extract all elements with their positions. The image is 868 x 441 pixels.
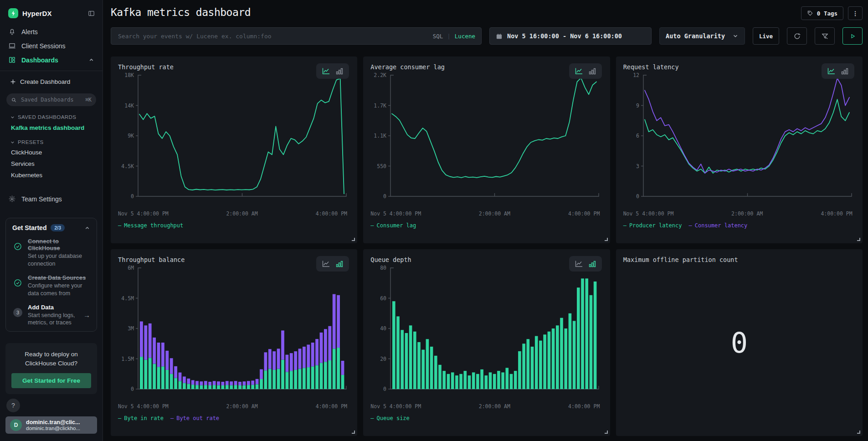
help-button[interactable]: ? bbox=[6, 399, 20, 412]
more-menu-button[interactable]: ⋮ bbox=[848, 6, 863, 20]
saved-dashboards-search[interactable]: ⌘K bbox=[6, 93, 96, 106]
sidebar-item-kafka-metrics-dashboard[interactable]: Kafka metrics dashboard bbox=[0, 122, 103, 134]
saved-dashboards-section-header[interactable]: SAVED DASHBOARDS bbox=[0, 109, 103, 122]
chart-plot: 2.2K1.7K1.1K5500 bbox=[370, 71, 601, 208]
legend-item-queue-size[interactable]: —Queue size bbox=[370, 415, 409, 421]
tags-button[interactable]: 0 Tags bbox=[801, 6, 843, 20]
step-desc: Configure where your data comes from bbox=[28, 282, 90, 297]
x-axis-labels: Nov 5 4:00:00 PM2:00:00 AM4:00:00 PM bbox=[370, 403, 601, 411]
svg-text:1.7K: 1.7K bbox=[374, 103, 387, 109]
panel-resize-handle[interactable] bbox=[857, 431, 860, 434]
sidebar-item-label: Dashboards bbox=[21, 56, 58, 64]
metric-value: 0 bbox=[731, 326, 748, 359]
live-button[interactable]: Live bbox=[753, 27, 779, 45]
sidebar-item-services[interactable]: Services bbox=[0, 158, 103, 169]
legend-item-byte-in-rate[interactable]: —Byte in rate bbox=[118, 415, 164, 421]
step-desc: Set up your database connection bbox=[28, 252, 90, 268]
chart-type-toggle[interactable] bbox=[822, 63, 854, 79]
step-title: Connect to ClickHouse bbox=[28, 238, 90, 251]
get-started-step-sources[interactable]: Create Data Sources Configure where your… bbox=[12, 274, 90, 297]
legend-label: Message throughput bbox=[124, 222, 183, 229]
arrow-right-icon: → bbox=[82, 311, 90, 319]
kebab-menu-icon: ⋮ bbox=[853, 10, 858, 17]
get-started-free-button[interactable]: Get Started for Free bbox=[11, 373, 91, 388]
chart-panel-maximum-offline-partition-count: Maximum offline partition count0 bbox=[616, 249, 863, 436]
panel-resize-handle[interactable] bbox=[857, 238, 860, 241]
sidebar-item-alerts[interactable]: Alerts bbox=[0, 25, 103, 39]
legend-item-consumer-latency[interactable]: —Consumer latency bbox=[688, 222, 747, 229]
chart-type-toggle[interactable] bbox=[316, 256, 349, 272]
svg-text:18K: 18K bbox=[124, 72, 134, 78]
chart-type-toggle[interactable] bbox=[569, 63, 602, 79]
line-chart-icon[interactable] bbox=[575, 260, 583, 267]
date-range-picker[interactable]: Nov 5 16:00:00 - Nov 6 16:00:00 bbox=[489, 27, 652, 45]
legend-item-producer-latency[interactable]: —Producer latency bbox=[623, 222, 682, 229]
toolbar: SQL | Lucene Nov 5 16:00:00 - Nov 6 16:0… bbox=[111, 27, 863, 45]
line-chart-icon[interactable] bbox=[322, 67, 330, 75]
query-language-toggle: SQL | Lucene bbox=[433, 33, 475, 40]
sidebar-item-kubernetes[interactable]: Kubernetes bbox=[0, 169, 103, 181]
legend-swatch: — bbox=[688, 222, 692, 229]
filter-button[interactable] bbox=[815, 27, 835, 45]
sql-toggle[interactable]: SQL bbox=[433, 33, 443, 40]
sidebar-item-team-settings[interactable]: Team Settings bbox=[0, 192, 103, 206]
svg-text:550: 550 bbox=[377, 163, 387, 169]
sidebar-collapse-icon[interactable] bbox=[87, 10, 95, 17]
chevron-up-icon[interactable] bbox=[84, 225, 90, 231]
chart-type-toggle[interactable] bbox=[316, 63, 349, 79]
bar-chart-icon[interactable] bbox=[336, 67, 343, 75]
chart-type-toggle[interactable] bbox=[569, 256, 602, 272]
presets-section-header[interactable]: PRESETS bbox=[0, 134, 103, 147]
sidebar-header: HyperDX bbox=[0, 0, 103, 25]
event-search-input[interactable] bbox=[117, 32, 428, 40]
charts-grid: Throughput rate18K14K9K4.5K0Nov 5 4:00:0… bbox=[111, 56, 863, 436]
line-chart-icon[interactable] bbox=[827, 67, 835, 75]
sidebar-item-clickhouse[interactable]: ClickHouse bbox=[0, 147, 103, 158]
run-query-button[interactable] bbox=[842, 27, 863, 45]
get-started-step-add-data[interactable]: 3 Add Data Start sending logs, metrics, … bbox=[12, 304, 90, 327]
svg-text:6M: 6M bbox=[128, 265, 134, 271]
lucene-toggle[interactable]: Lucene bbox=[455, 33, 475, 40]
x-tick-middle: 2:00:00 AM bbox=[479, 403, 510, 410]
sidebar-item-client-sessions[interactable]: Client Sessions bbox=[0, 39, 103, 53]
svg-text:0: 0 bbox=[636, 193, 639, 200]
legend-item-byte-out-rate[interactable]: —Byte out rate bbox=[170, 415, 219, 421]
bar-chart-icon[interactable] bbox=[589, 260, 596, 267]
event-search[interactable]: SQL | Lucene bbox=[111, 27, 482, 45]
chart-title: Average consumer lag bbox=[370, 63, 602, 71]
panel-resize-handle[interactable] bbox=[605, 431, 608, 434]
legend-item-message-throughput[interactable]: —Message throughput bbox=[118, 222, 183, 229]
panel-resize-handle[interactable] bbox=[352, 431, 355, 434]
get-started-step-connect[interactable]: Connect to ClickHouse Set up your databa… bbox=[12, 238, 90, 268]
svg-text:0: 0 bbox=[383, 386, 386, 392]
panel-resize-handle[interactable] bbox=[352, 238, 355, 241]
svg-text:4.5K: 4.5K bbox=[121, 163, 134, 169]
svg-text:2.2K: 2.2K bbox=[374, 72, 387, 78]
legend-item-consumer-lag[interactable]: —Consumer lag bbox=[370, 222, 416, 229]
bar-chart-icon[interactable] bbox=[336, 260, 343, 267]
step-number-icon: 3 bbox=[12, 304, 23, 327]
create-dashboard-button[interactable]: Create Dashboard bbox=[0, 76, 103, 88]
panel-resize-handle[interactable] bbox=[605, 238, 608, 241]
x-tick-middle: 2:00:00 AM bbox=[226, 403, 257, 410]
svg-text:14K: 14K bbox=[124, 103, 134, 109]
svg-text:12: 12 bbox=[633, 72, 639, 78]
svg-text:4.5M: 4.5M bbox=[121, 295, 134, 302]
user-menu[interactable]: D dominic.tran@clic... dominic.tran@clic… bbox=[5, 416, 97, 434]
chart-title: Throughput rate bbox=[118, 63, 350, 71]
chevron-up-icon[interactable] bbox=[88, 57, 94, 63]
granularity-select[interactable]: Auto Granularity bbox=[659, 27, 745, 45]
legend-label: Producer latency bbox=[629, 222, 682, 229]
saved-dashboards-search-input[interactable] bbox=[20, 96, 82, 103]
bar-chart-icon[interactable] bbox=[841, 67, 848, 75]
chart-title: Maximum offline partition count bbox=[623, 256, 855, 263]
sidebar-item-dashboards[interactable]: Dashboards bbox=[0, 53, 103, 67]
x-tick-end: 4:00:00 PM bbox=[821, 210, 852, 217]
x-tick-end: 4:00:00 PM bbox=[568, 403, 600, 410]
check-circle-icon bbox=[12, 238, 23, 268]
bar-chart-icon[interactable] bbox=[589, 67, 596, 75]
refresh-button[interactable] bbox=[787, 27, 807, 45]
line-chart-icon[interactable] bbox=[322, 260, 330, 267]
line-chart-icon[interactable] bbox=[575, 67, 583, 75]
gear-icon bbox=[8, 195, 16, 203]
